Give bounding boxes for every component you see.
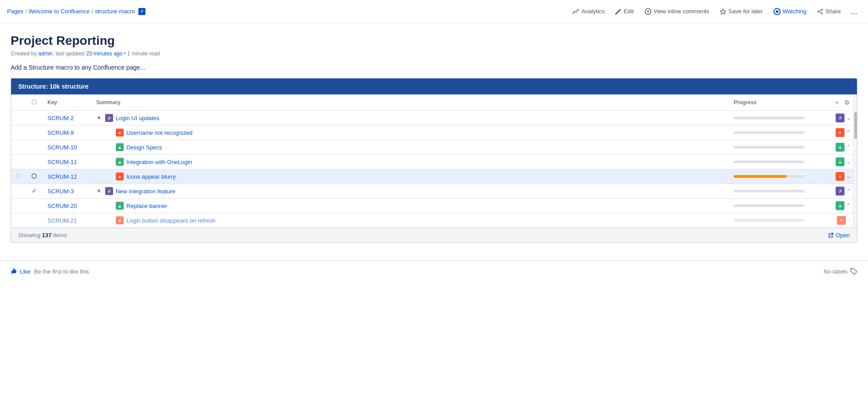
meta-created: Created by: [11, 51, 38, 57]
issue-type-icon: ▲: [116, 143, 124, 151]
footer-open-label: Open: [836, 232, 850, 239]
view-inline-comments-button[interactable]: View inline comments: [640, 6, 714, 17]
progress-empty: [734, 204, 805, 207]
watch-icon: [774, 8, 781, 15]
breadcrumb-welcome[interactable]: Welcome to Confluence: [29, 8, 90, 15]
page-type-icon: P: [138, 8, 145, 15]
save-for-later-button[interactable]: Save for later: [715, 6, 767, 17]
issue-key-link[interactable]: SCRUM-9: [47, 129, 74, 136]
chevron-button[interactable]: ⌃: [845, 143, 852, 151]
page-description: Add a Structure macro to any Confluence …: [11, 64, 857, 71]
action-icon[interactable]: ▲: [836, 201, 844, 210]
share-button[interactable]: Share: [813, 6, 845, 17]
like-bar: Like Be the first to like this No labels: [0, 260, 868, 282]
action-icon[interactable]: ▲: [836, 157, 844, 166]
summary-link[interactable]: Login button disappears on refresh: [126, 217, 216, 224]
footer-items: items: [51, 232, 67, 239]
more-button[interactable]: ...: [847, 5, 861, 18]
summary-link[interactable]: New integration feature: [116, 188, 175, 195]
open-button[interactable]: Open: [828, 232, 850, 239]
progress-empty: [734, 160, 805, 163]
chevron-button[interactable]: −: [847, 216, 852, 224]
comment-icon: [644, 8, 652, 15]
star-icon: [720, 8, 726, 15]
edit-button[interactable]: Edit: [611, 6, 638, 17]
chevron-button[interactable]: ⌃: [845, 202, 852, 210]
analytics-button[interactable]: Analytics: [568, 6, 609, 17]
action-icon[interactable]: ▲: [836, 143, 844, 152]
table-row: SCRUM-10 ▲ Design Specs ▲ ⌃: [11, 140, 857, 155]
svg-point-5: [821, 12, 823, 14]
progress-fill: [734, 175, 787, 178]
chevron-button[interactable]: ⌄: [845, 158, 852, 166]
progress-bar: [734, 204, 805, 207]
action-icon[interactable]: ●: [836, 172, 844, 181]
chevron-button[interactable]: ⌃: [845, 187, 852, 195]
breadcrumb-structure[interactable]: structure macro: [95, 8, 135, 15]
action-icon[interactable]: ●: [836, 128, 844, 137]
issue-key-link[interactable]: SCRUM-3: [47, 188, 74, 195]
summary-link[interactable]: Replace banner: [126, 203, 167, 209]
summary-link[interactable]: Integration with OneLogin: [126, 159, 192, 165]
nav-actions: Analytics Edit View inline comments Save…: [568, 5, 861, 18]
like-left: Like Be the first to like this: [11, 268, 89, 275]
action-icon[interactable]: ⚡: [836, 113, 844, 122]
breadcrumb-pages[interactable]: Pages: [7, 8, 24, 15]
chevron-button[interactable]: ⌄: [845, 114, 852, 122]
settings-button[interactable]: ⚙: [842, 98, 852, 107]
structure-footer: Showing 137 items Open: [11, 228, 857, 242]
progress-bar: [734, 160, 805, 163]
issue-type-icon: ●: [116, 216, 124, 224]
progress-empty: [734, 146, 805, 149]
summary-link[interactable]: Username not recognized: [126, 129, 192, 136]
table-scroll-wrap: Key Summary Progress + ⚙: [11, 94, 857, 228]
summary-link[interactable]: Design Specs: [126, 144, 162, 151]
th-key: Key: [42, 94, 91, 111]
like-button[interactable]: Like: [11, 268, 31, 275]
action-icon[interactable]: ⚡: [836, 187, 844, 196]
progress-bar: [734, 131, 805, 134]
page-meta: Created by admin, last updated 23 minute…: [11, 51, 857, 57]
structure-header: Structure: 10k structure: [11, 78, 857, 94]
meta-updated: , last updated: [53, 51, 86, 57]
no-labels-text: No labels: [824, 268, 848, 275]
th-summary: Summary: [91, 94, 728, 111]
table-row: ⠿SCRUM-12 ● Icons appear blurry ● ⌄: [11, 169, 857, 184]
drag-handle[interactable]: ⠿: [16, 173, 21, 180]
summary-link[interactable]: Login UI updates: [116, 115, 159, 121]
expand-arrow[interactable]: ▼: [96, 115, 102, 121]
progress-bar: [734, 117, 805, 119]
issue-key-link[interactable]: SCRUM-11: [47, 159, 77, 165]
breadcrumb: Pages / Welcome to Confluence / structur…: [7, 8, 147, 15]
summary-link[interactable]: Icons appear blurry: [126, 173, 176, 180]
key-header-label: Key: [47, 99, 57, 106]
expand-arrow[interactable]: ▼: [96, 188, 102, 194]
issue-key-link[interactable]: SCRUM-10: [47, 144, 77, 151]
breadcrumb-sep2: /: [91, 8, 93, 15]
table-scrollbar-thumb: [854, 112, 857, 139]
table-row: SCRUM-9 ● Username not recognized ● ⌃: [11, 125, 857, 140]
issue-key-link[interactable]: SCRUM-20: [47, 203, 77, 209]
progress-bar: [734, 190, 805, 192]
meta-read: • 1 minute read: [122, 51, 160, 57]
row-actions: ⚡ ⌄: [831, 113, 852, 122]
chevron-button[interactable]: ⌄: [845, 172, 852, 180]
page-header: Project Reporting Created by admin, last…: [0, 23, 868, 64]
table-scrollbar[interactable]: [853, 94, 857, 228]
chevron-button[interactable]: ⌃: [845, 129, 852, 137]
first-like-label: Be the first to like this: [34, 268, 89, 275]
action-icon[interactable]: ●: [837, 216, 846, 225]
watching-button[interactable]: Watching: [769, 6, 811, 17]
svg-line-6: [819, 10, 821, 11]
author-link[interactable]: admin: [38, 51, 53, 57]
issue-key-link[interactable]: SCRUM-21: [47, 217, 77, 224]
add-column-button[interactable]: +: [833, 98, 841, 107]
issue-key-link[interactable]: SCRUM-2: [47, 115, 74, 121]
issue-key-link[interactable]: SCRUM-12: [47, 173, 77, 180]
row-actions: ⚡ ⌃: [831, 187, 852, 196]
top-nav: Pages / Welcome to Confluence / structur…: [0, 0, 868, 23]
time-link[interactable]: 23 minutes ago: [86, 51, 122, 57]
svg-point-3: [821, 9, 823, 10]
page-title: Project Reporting: [11, 34, 857, 48]
progress-bar: [734, 175, 805, 178]
